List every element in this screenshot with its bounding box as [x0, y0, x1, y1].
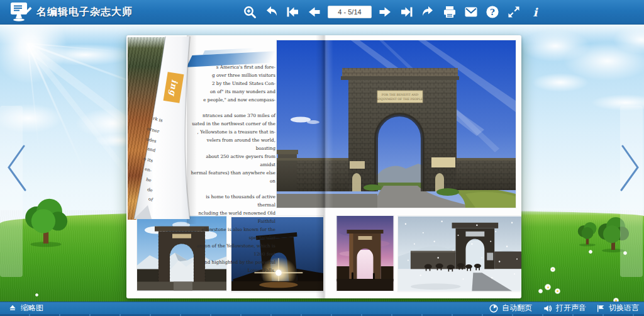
tree-graphic: [20, 198, 72, 248]
auto-flip-button[interactable]: 自动翻页: [489, 302, 532, 314]
tree: [20, 198, 72, 248]
redo-icon: [421, 4, 436, 20]
fullscreen-icon: [506, 4, 521, 20]
sound-label: 打开声音: [556, 303, 586, 313]
thumbnail-photo-4: [398, 216, 521, 291]
app-title: 名编辑电子杂志大师: [36, 6, 133, 19]
daisy-flower: [555, 288, 560, 294]
thumbnail-toggle-icon: [8, 303, 18, 313]
first-page-icon: [285, 4, 300, 20]
top-toolbar: 名编辑电子杂志大师: [0, 0, 644, 25]
thumbnail-panel-toggle[interactable]: 缩略图: [8, 302, 43, 314]
page-curl[interactable]: [126, 35, 208, 224]
daisy-flower: [545, 284, 551, 290]
auto-flip-icon: [489, 303, 499, 313]
undo-button[interactable]: [264, 4, 279, 20]
fullscreen-button[interactable]: [506, 4, 521, 20]
toolbar-buttons: 4 - 5/14: [242, 0, 543, 24]
text-line: nd highlighted by the powerful Lower Fal…: [189, 258, 275, 274]
app-logo-icon: [8, 1, 35, 23]
section-tab-label: ing: [168, 79, 180, 97]
page-indicator[interactable]: 4 - 5/14: [328, 6, 372, 18]
help-icon: ?: [485, 4, 500, 20]
chevron-right-icon[interactable]: [616, 144, 643, 193]
cloud: [532, 73, 589, 92]
last-page-button[interactable]: [399, 4, 414, 20]
info-icon: i: [528, 4, 543, 20]
svg-text:i: i: [533, 6, 539, 19]
thumbnail-photo-3: [336, 216, 394, 291]
daisy-flower: [538, 289, 543, 293]
previous-page-icon: [306, 4, 321, 20]
text-line: anyon of the Yellowstone, which is 1200 …: [189, 242, 275, 258]
print-button[interactable]: [442, 4, 457, 20]
zoom-in-icon: [242, 4, 257, 20]
magazine-spread: s America's first and fore- g over three…: [126, 35, 521, 298]
previous-page-button[interactable]: [306, 4, 321, 20]
language-switch-button[interactable]: 切换语言: [596, 302, 639, 314]
first-page-button[interactable]: [285, 4, 300, 20]
auto-flip-label: 自动翻页: [502, 303, 532, 313]
speaker-icon: [543, 303, 553, 313]
help-button[interactable]: ?: [485, 4, 500, 20]
chevron-left-icon[interactable]: [4, 144, 30, 193]
email-icon: [464, 4, 479, 20]
language-label: 切换语言: [609, 303, 639, 313]
next-page-button[interactable]: [378, 4, 393, 20]
zoom-in-button[interactable]: [242, 4, 257, 20]
flipbook-app: s America's first and fore- g over three…: [0, 0, 644, 316]
undo-icon: [264, 4, 279, 20]
main-photo-roosevelt-arch: FOR THE BENEFIT AND ENJOYMENT OF THE PEO…: [277, 40, 516, 208]
next-page-icon: [378, 4, 393, 20]
info-button[interactable]: i: [528, 4, 543, 20]
svg-text:?: ?: [490, 7, 495, 17]
cloud: [35, 44, 135, 65]
flag-icon: [596, 303, 606, 313]
plaque-line-2: ENJOYMENT OF THE PEOPLE: [377, 98, 423, 101]
redo-button[interactable]: [421, 4, 436, 20]
daisy-flower: [550, 267, 555, 272]
bottom-bar: 缩略图 自动翻页 打开声音 切换语言: [0, 302, 644, 316]
print-icon: [442, 4, 457, 20]
last-page-icon: [399, 4, 414, 20]
thumbnail-label: 缩略图: [21, 303, 43, 313]
plaque-line-1: FOR THE BENEFIT AND: [382, 93, 419, 96]
daisy-flower: [35, 293, 38, 296]
daisy-flower: [589, 250, 592, 254]
text-line: ellowstone is also known for the spectac…: [189, 225, 275, 242]
email-button[interactable]: [464, 4, 479, 20]
sound-toggle-button[interactable]: 打开声音: [543, 302, 586, 314]
